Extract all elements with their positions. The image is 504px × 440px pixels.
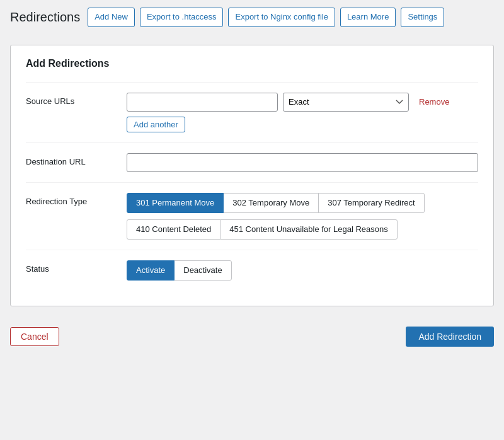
destination-url-field [127,153,478,172]
cancel-button[interactable]: Cancel [10,327,59,346]
source-url-input[interactable] [127,93,278,112]
source-url-entry: Exact Regex Start With Remove [127,93,478,112]
page-title: Redirections [10,10,80,25]
redirection-type-row: Redirection Type 301 Permanent Move 302 … [26,182,478,250]
export-htaccess-button[interactable]: Export to .htaccess [140,8,224,27]
activate-button[interactable]: Activate [127,260,175,281]
add-new-button[interactable]: Add New [88,8,135,27]
source-urls-row: Source URLs Exact Regex Start With Remov… [26,82,478,142]
match-type-select[interactable]: Exact Regex Start With [283,93,409,112]
settings-button[interactable]: Settings [401,8,444,27]
form-card: Add Redirections Source URLs Exact Regex… [10,45,494,307]
redirection-type-group: 301 Permanent Move 302 Temporary Move 30… [127,193,478,213]
main-content: Add Redirections Source URLs Exact Regex… [0,35,504,317]
form-actions: Cancel Add Redirection [0,316,504,357]
redirection-type-field: 301 Permanent Move 302 Temporary Move 30… [127,193,478,240]
maintenance-code-group: 410 Content Deleted 451 Content Unavaila… [127,219,478,240]
status-row: Status Activate Deactivate [26,250,478,291]
redirection-301-button[interactable]: 301 Permanent Move [127,193,224,213]
destination-url-label: Destination URL [26,153,127,166]
add-redirection-button[interactable]: Add Redirection [406,327,494,347]
redirection-307-button[interactable]: 307 Temporary Redirect [318,193,425,213]
deactivate-button[interactable]: Deactivate [174,260,231,281]
status-field: Activate Deactivate [127,260,478,281]
status-label: Status [26,260,127,274]
add-another-button[interactable]: Add another [127,117,185,132]
maintenance-410-button[interactable]: 410 Content Deleted [127,219,220,240]
export-nginx-button[interactable]: Export to Nginx config file [228,8,335,27]
page-header: Redirections Add New Export to .htaccess… [0,0,504,35]
redirection-type-label: Redirection Type [26,193,127,206]
source-urls-label: Source URLs [26,93,127,106]
status-group: Activate Deactivate [127,260,478,281]
remove-link[interactable]: Remove [419,97,449,107]
maintenance-451-button[interactable]: 451 Content Unavailable for Legal Reason… [220,219,398,240]
source-urls-field: Exact Regex Start With Remove Add anothe… [127,93,478,132]
destination-url-row: Destination URL [26,142,478,182]
learn-more-button[interactable]: Learn More [340,8,396,27]
redirection-302-button[interactable]: 302 Temporary Move [223,193,319,213]
form-card-title: Add Redirections [26,58,478,69]
destination-url-input[interactable] [127,153,478,172]
